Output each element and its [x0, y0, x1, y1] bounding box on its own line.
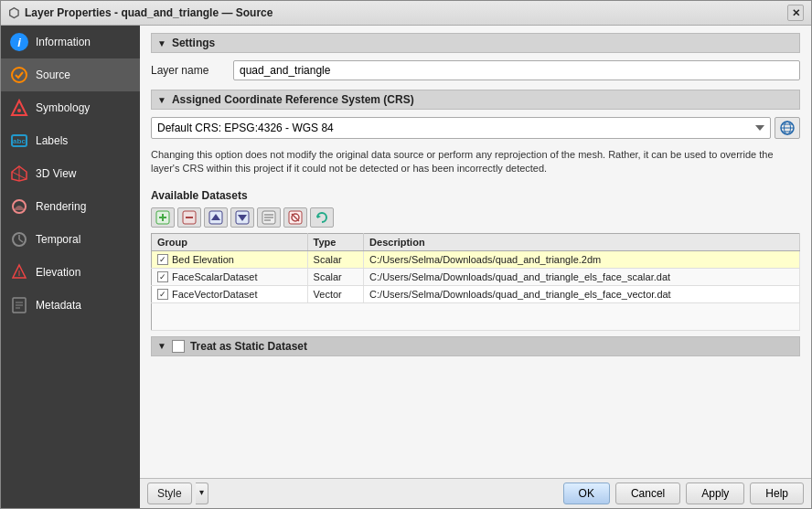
sidebar-item-labels[interactable]: abc Labels — [1, 124, 140, 157]
svg-text:abc: abc — [13, 137, 26, 145]
close-button[interactable]: ✕ — [787, 5, 804, 21]
sidebar-item-rendering[interactable]: Rendering — [1, 190, 140, 223]
datasets-toolbar — [151, 207, 800, 228]
source-icon — [10, 66, 28, 84]
remove-dataset-button[interactable] — [177, 207, 201, 228]
panel: ▼ Settings Layer name ▼ Assigned Coordin… — [140, 26, 811, 508]
settings-section-header[interactable]: ▼ Settings — [151, 33, 800, 53]
move-up-button[interactable] — [204, 207, 228, 228]
ok-button[interactable]: OK — [563, 482, 610, 504]
main-window: ⬡ Layer Properties - quad_and_triangle —… — [0, 0, 812, 509]
sidebar: i Information Source — [1, 26, 140, 508]
dataset-group-label: Bed Elevation — [172, 254, 234, 265]
dataset-checkbox[interactable] — [157, 254, 168, 265]
reset-button[interactable] — [283, 207, 307, 228]
down-arrow-icon — [235, 210, 250, 225]
crs-browse-button[interactable] — [775, 117, 800, 139]
sidebar-label-elevation: Elevation — [36, 266, 80, 279]
elevation-icon — [10, 263, 28, 281]
reset-icon — [288, 210, 303, 225]
dataset-group-cell: FaceVectorDataset — [152, 285, 308, 302]
sidebar-label-metadata: Metadata — [36, 299, 81, 312]
refresh-button[interactable] — [310, 207, 334, 228]
crs-section-header[interactable]: ▼ Assigned Coordinate Reference System (… — [151, 90, 800, 110]
title-bar: ⬡ Layer Properties - quad_and_triangle —… — [1, 1, 811, 26]
style-label: Style — [157, 487, 182, 500]
rendering-icon — [10, 197, 28, 216]
temporal-icon — [10, 230, 28, 249]
svg-point-0 — [12, 68, 27, 82]
svg-point-2 — [17, 109, 21, 112]
dataset-desc-cell: C:/Users/Selma/Downloads/quad_and_triang… — [364, 250, 800, 268]
settings-header-label: Settings — [172, 37, 215, 49]
apply-button[interactable]: Apply — [686, 482, 744, 504]
static-dataset-checkbox[interactable] — [172, 340, 185, 353]
list-button[interactable] — [257, 207, 281, 228]
sidebar-item-symbology[interactable]: Symbology — [1, 91, 140, 124]
dataset-checkbox[interactable] — [157, 289, 168, 300]
dataset-group-cell: FaceScalarDataset — [152, 268, 308, 285]
panel-content: ▼ Settings Layer name ▼ Assigned Coordin… — [140, 26, 811, 478]
dataset-type-cell: Vector — [307, 285, 364, 302]
static-dataset-label: Treat as Static Dataset — [190, 340, 307, 353]
symbology-icon — [10, 99, 28, 117]
help-button[interactable]: Help — [750, 482, 804, 504]
style-dropdown-arrow: ▾ — [199, 487, 204, 497]
style-dropdown-button[interactable]: ▾ — [196, 482, 208, 504]
sidebar-item-temporal[interactable]: Temporal — [1, 223, 140, 256]
static-arrow-icon: ▼ — [157, 341, 166, 351]
col-type: Type — [307, 233, 364, 250]
remove-icon — [182, 210, 197, 225]
window-title-group: ⬡ Layer Properties - quad_and_triangle —… — [8, 5, 272, 20]
table-row[interactable]: Bed Elevation Scalar C:/Users/Selma/Down… — [152, 250, 800, 268]
main-content: i Information Source — [1, 26, 811, 508]
sidebar-label-labels: Labels — [36, 134, 68, 147]
move-down-button[interactable] — [230, 207, 254, 228]
crs-note: Changing this option does not modify the… — [151, 144, 800, 180]
crs-select[interactable]: Default CRS: EPSG:4326 - WGS 84 — [151, 117, 771, 139]
dataset-checkbox[interactable] — [157, 271, 168, 282]
svg-marker-39 — [317, 215, 321, 218]
sidebar-item-elevation[interactable]: Elevation — [1, 256, 140, 289]
dataset-type-cell: Scalar — [307, 250, 364, 268]
table-row[interactable]: FaceScalarDataset Scalar C:/Users/Selma/… — [152, 268, 800, 285]
empty-row — [152, 302, 800, 330]
dataset-type-cell: Scalar — [307, 268, 364, 285]
svg-marker-1 — [12, 101, 27, 115]
refresh-icon — [315, 210, 329, 225]
action-buttons: OK Cancel Apply Help — [563, 482, 804, 504]
earth-icon — [779, 120, 796, 136]
metadata-icon — [10, 296, 28, 314]
style-section: Style ▾ — [147, 482, 208, 504]
add-icon — [155, 210, 170, 225]
crs-arrow-icon: ▼ — [157, 95, 166, 105]
window-title: Layer Properties - quad_and_triangle — S… — [25, 6, 272, 19]
info-icon: i — [10, 33, 28, 51]
sidebar-label-source: Source — [36, 69, 70, 81]
static-dataset-section: ▼ Treat as Static Dataset — [151, 336, 800, 356]
sidebar-item-3dview[interactable]: 3D View — [1, 157, 140, 190]
labels-icon: abc — [10, 132, 28, 150]
3dview-icon — [10, 164, 28, 183]
dataset-desc-cell: C:/Users/Selma/Downloads/quad_and_triang… — [364, 285, 800, 302]
datasets-section: Available Datasets — [151, 189, 800, 331]
up-arrow-icon — [208, 210, 223, 225]
col-description: Description — [364, 233, 800, 250]
sidebar-item-information[interactable]: i Information — [1, 26, 140, 58]
list-icon — [262, 210, 276, 225]
sidebar-label-symbology: Symbology — [36, 101, 90, 114]
add-dataset-button[interactable] — [151, 207, 175, 228]
dataset-group-label: FaceVectorDataset — [172, 289, 258, 300]
table-row[interactable]: FaceVectorDataset Vector C:/Users/Selma/… — [152, 285, 800, 302]
layer-name-row: Layer name — [151, 60, 800, 80]
layer-name-input[interactable] — [233, 60, 800, 80]
footer: Style ▾ OK Cancel Apply Help — [140, 478, 811, 508]
sidebar-label-temporal: Temporal — [36, 233, 80, 246]
sidebar-item-source[interactable]: Source — [1, 58, 140, 91]
cancel-button[interactable]: Cancel — [615, 482, 680, 504]
sidebar-item-metadata[interactable]: Metadata — [1, 289, 140, 322]
crs-select-row: Default CRS: EPSG:4326 - WGS 84 — [151, 117, 800, 139]
style-button[interactable]: Style — [147, 482, 192, 504]
crs-header-label: Assigned Coordinate Reference System (CR… — [172, 93, 414, 106]
dataset-group-label: FaceScalarDataset — [172, 271, 258, 282]
